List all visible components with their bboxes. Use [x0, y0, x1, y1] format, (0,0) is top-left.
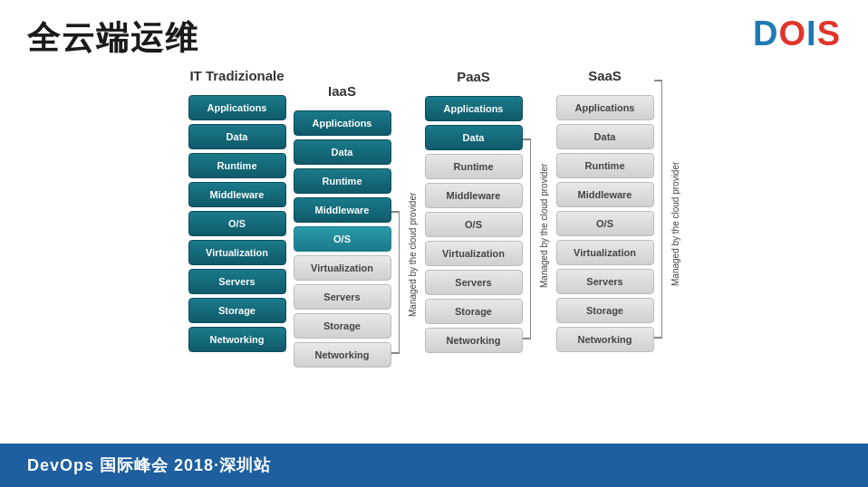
logo-s: S — [817, 14, 841, 53]
block-iaas-0: Applications — [294, 110, 391, 136]
footer-text: DevOps 国际峰会 2018·深圳站 — [27, 454, 271, 476]
block-saas-1: Data — [556, 124, 654, 149]
block-it-1: Data — [188, 124, 286, 149]
block-paas-4: O/S — [425, 212, 523, 237]
col-header-it: IT Tradizionale — [189, 68, 284, 88]
block-it-2: Runtime — [188, 153, 286, 178]
block-iaas-7: Storage — [294, 313, 391, 339]
col-with-bracket-iaas: IaaSApplicationsDataRuntimeMiddlewareO/S… — [294, 68, 418, 383]
col-with-bracket-paas: PaaSApplicationsDataRuntimeMiddlewareO/S… — [425, 68, 549, 354]
block-saas-0: Applications — [556, 95, 654, 120]
column-it: IT TradizionaleApplicationsDataRuntimeMi… — [188, 68, 286, 352]
bracket-container-paas — [523, 81, 539, 341]
block-saas-5: Virtualization — [556, 240, 654, 265]
block-paas-2: Runtime — [425, 154, 523, 179]
block-iaas-4: O/S — [294, 226, 391, 252]
block-saas-4: O/S — [556, 211, 654, 236]
block-it-5: Virtualization — [188, 240, 286, 265]
block-paas-7: Storage — [425, 299, 523, 324]
block-paas-1: Data — [425, 125, 523, 150]
block-saas-6: Servers — [556, 269, 654, 294]
block-iaas-3: Middleware — [294, 197, 391, 223]
block-it-0: Applications — [188, 95, 286, 120]
col-header-saas: SaaS — [588, 68, 622, 88]
col-header-paas: PaaS — [457, 69, 490, 89]
block-saas-2: Runtime — [556, 153, 654, 178]
diagram-area: IT TradizionaleApplicationsDataRuntimeMi… — [27, 68, 841, 383]
col-header-iaas: IaaS — [328, 83, 356, 103]
block-saas-7: Storage — [556, 298, 654, 323]
logo: DOIS — [753, 16, 841, 51]
block-paas-8: Networking — [425, 328, 523, 353]
logo-i: I — [806, 14, 817, 53]
bracket-text-paas: Managed by the cloud provider — [539, 126, 549, 325]
page-title: 全云端运维 — [27, 16, 199, 61]
block-paas-6: Servers — [425, 270, 523, 295]
main-content: 全云端运维 DOIS IT TradizionaleApplicationsDa… — [0, 0, 868, 444]
bracket-text-iaas: Managed by the cloud provider — [408, 184, 418, 325]
block-saas-3: Middleware — [556, 182, 654, 207]
bracket-container-iaas — [391, 95, 408, 356]
col-blocks-saas: ApplicationsDataRuntimeMiddlewareO/SVirt… — [556, 95, 654, 352]
block-paas-3: Middleware — [425, 183, 523, 208]
col-blocks-iaas: ApplicationsDataRuntimeMiddlewareO/SVirt… — [294, 110, 391, 368]
block-it-7: Storage — [188, 298, 286, 323]
logo-o: O — [779, 14, 807, 53]
bracket-container-saas — [654, 80, 670, 340]
block-iaas-1: Data — [294, 139, 391, 165]
block-it-6: Servers — [188, 269, 286, 294]
block-iaas-5: Virtualization — [294, 255, 391, 281]
col-blocks-paas: ApplicationsDataRuntimeMiddlewareO/SVirt… — [425, 96, 523, 353]
block-saas-8: Networking — [556, 327, 654, 352]
block-it-4: O/S — [188, 211, 286, 236]
col-with-bracket-saas: SaaSApplicationsDataRuntimeMiddlewareO/S… — [556, 68, 680, 352]
column-paas: PaaSApplicationsDataRuntimeMiddlewareO/S… — [425, 69, 523, 353]
footer-bar: DevOps 国际峰会 2018·深圳站 — [0, 444, 868, 487]
block-paas-0: Applications — [425, 96, 523, 121]
block-iaas-2: Runtime — [294, 168, 391, 194]
logo-d: D — [753, 14, 778, 53]
column-iaas: IaaSApplicationsDataRuntimeMiddlewareO/S… — [294, 83, 391, 368]
block-it-3: Middleware — [188, 182, 286, 207]
column-saas: SaaSApplicationsDataRuntimeMiddlewareO/S… — [556, 68, 654, 352]
block-paas-5: Virtualization — [425, 241, 523, 266]
bracket-text-saas: Managed by the cloud provider — [670, 95, 680, 352]
block-it-8: Networking — [188, 327, 286, 352]
col-blocks-it: ApplicationsDataRuntimeMiddlewareO/SVirt… — [188, 95, 286, 352]
block-iaas-8: Networking — [294, 342, 391, 368]
block-iaas-6: Servers — [294, 284, 391, 310]
header-row: 全云端运维 DOIS — [27, 16, 841, 61]
